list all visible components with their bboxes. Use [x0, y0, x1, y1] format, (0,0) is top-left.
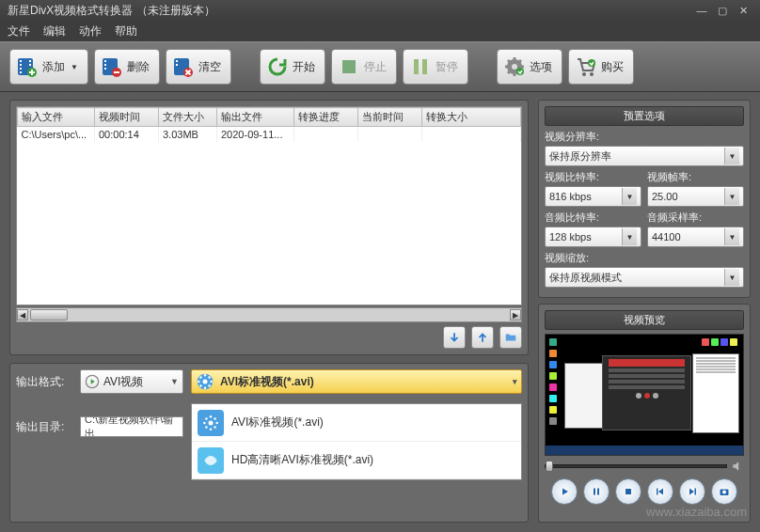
scroll-thumb[interactable]: [30, 309, 68, 321]
col-output[interactable]: 输出文件: [217, 108, 294, 127]
res-value: 保持原分辨率: [549, 149, 611, 164]
close-button[interactable]: ✕: [734, 4, 752, 17]
chevron-down-icon: ▾: [513, 377, 517, 386]
svg-rect-6: [29, 64, 31, 66]
scroll-right-arrow[interactable]: ▶: [510, 309, 521, 321]
snapshot-button[interactable]: [711, 478, 737, 505]
menu-help[interactable]: 帮助: [115, 23, 137, 39]
stop-preview-button[interactable]: [615, 478, 641, 505]
cell-curtime: [358, 127, 422, 143]
minimize-button[interactable]: —: [692, 4, 711, 17]
col-input[interactable]: 输入文件: [18, 108, 95, 127]
file-table[interactable]: 输入文件 视频时间 文件大小 输出文件 转换进度 当前时间 转换大小 C:\Us…: [16, 106, 522, 305]
folder-button[interactable]: [499, 326, 522, 349]
refresh-icon: [266, 55, 289, 78]
arrow-up-icon: [476, 331, 489, 344]
svg-rect-17: [342, 60, 356, 73]
options-label: 选项: [530, 59, 552, 75]
res-combo[interactable]: 保持原分辨率▼: [545, 146, 744, 166]
svg-rect-4: [20, 71, 22, 73]
volume-icon[interactable]: [731, 460, 744, 473]
file-list-panel: 输入文件 视频时间 文件大小 输出文件 转换进度 当前时间 转换大小 C:\Us…: [9, 100, 529, 355]
vfps-label: 视频帧率:: [647, 170, 744, 184]
gear-icon: [503, 55, 526, 78]
output-format-combo[interactable]: AVI视频 ▼: [80, 369, 183, 394]
menu-edit[interactable]: 编辑: [43, 23, 66, 39]
menu-file[interactable]: 文件: [8, 23, 30, 39]
svg-point-52: [722, 491, 726, 494]
table-row[interactable]: C:\Users\pc\... 00:00:14 3.03MB 2020-09-…: [18, 127, 521, 143]
pause-button[interactable]: 暂停: [403, 49, 468, 85]
next-icon: [687, 486, 698, 497]
preview-slider[interactable]: [545, 460, 744, 473]
format-list[interactable]: AVI标准视频(*.avi) HD高清晰AVI标准视频(*.avi): [191, 403, 522, 480]
window-title: 新星DivX视频格式转换器 （未注册版本）: [8, 3, 215, 19]
format-selector[interactable]: AVI标准视频(*.avi) ▾: [191, 369, 522, 394]
vbit-value: 816 kbps: [549, 191, 592, 202]
col-size[interactable]: 文件大小: [159, 108, 217, 127]
title-bar: 新星DivX视频格式转换器 （未注册版本） — ▢ ✕: [0, 0, 760, 21]
asr-combo[interactable]: 44100▼: [647, 227, 744, 247]
move-up-button[interactable]: [471, 326, 494, 349]
dropdown-arrow-icon: ▼: [71, 63, 78, 71]
slider-knob[interactable]: [546, 461, 553, 472]
list-item[interactable]: HD高清晰AVI标准视频(*.avi): [192, 442, 521, 479]
svg-point-32: [210, 381, 213, 383]
list-item[interactable]: AVI标准视频(*.avi): [192, 404, 521, 442]
buy-button[interactable]: 购买: [568, 49, 634, 85]
col-progress[interactable]: 转换进度: [294, 108, 358, 127]
maximize-button[interactable]: ▢: [713, 4, 732, 17]
start-label: 开始: [293, 59, 315, 75]
horizontal-scrollbar[interactable]: ◀ ▶: [16, 307, 522, 322]
vfps-value: 25.00: [652, 191, 678, 202]
svg-rect-10: [104, 64, 106, 66]
film-delete-icon: [101, 55, 123, 78]
move-down-button[interactable]: [443, 326, 466, 349]
play-button[interactable]: [551, 478, 578, 505]
options-button[interactable]: 选项: [497, 49, 562, 85]
col-curtime[interactable]: 当前时间: [358, 108, 422, 127]
output-dir-field[interactable]: C:\新星视频软件\输出: [80, 416, 183, 437]
arrow-down-icon: [448, 331, 461, 344]
svg-point-44: [205, 426, 208, 429]
vbit-label: 视频比特率:: [545, 170, 641, 184]
svg-rect-49: [657, 489, 658, 495]
prev-button[interactable]: [647, 478, 673, 505]
svg-rect-19: [422, 59, 427, 74]
scale-combo[interactable]: 保持原视频模式▼: [545, 267, 744, 288]
menu-action[interactable]: 动作: [79, 23, 102, 39]
preview-title: 视频预览: [545, 310, 744, 330]
col-vtime[interactable]: 视频时间: [95, 108, 159, 127]
output-dir-label: 输出目录:: [16, 419, 72, 435]
cell-output: 2020-09-11...: [217, 127, 294, 143]
chevron-down-icon: ▼: [724, 148, 739, 164]
preview-video: [545, 334, 744, 456]
abit-combo[interactable]: 128 kbps▼: [545, 227, 641, 247]
start-button[interactable]: 开始: [260, 49, 325, 85]
selected-format-text: AVI标准视频(*.avi): [220, 374, 314, 390]
svg-point-43: [214, 417, 216, 420]
delete-button[interactable]: 删除: [94, 49, 160, 85]
cell-convsize: [422, 127, 521, 143]
svg-point-30: [204, 386, 207, 389]
add-button[interactable]: 添加▼: [9, 49, 88, 85]
clear-button[interactable]: 清空: [166, 49, 231, 85]
vbit-combo[interactable]: 816 kbps▼: [545, 186, 641, 207]
svg-point-40: [203, 421, 206, 424]
clear-label: 清空: [198, 59, 221, 75]
prev-icon: [655, 486, 666, 497]
next-button[interactable]: [679, 478, 705, 505]
output-dir-value: C:\新星视频软件\输出: [85, 416, 179, 437]
format-item-label: HD高清晰AVI标准视频(*.avi): [231, 452, 373, 468]
stop-button[interactable]: 停止: [331, 49, 397, 85]
vfps-combo[interactable]: 25.00▼: [647, 186, 744, 207]
col-convsize[interactable]: 转换大小: [422, 108, 521, 127]
svg-rect-18: [414, 59, 419, 74]
svg-rect-47: [597, 489, 599, 495]
svg-rect-14: [176, 60, 178, 62]
svg-rect-46: [594, 489, 595, 495]
svg-point-38: [210, 415, 213, 418]
scroll-left-arrow[interactable]: ◀: [17, 309, 28, 321]
add-label: 添加: [42, 59, 65, 75]
pause-preview-button[interactable]: [583, 478, 610, 505]
